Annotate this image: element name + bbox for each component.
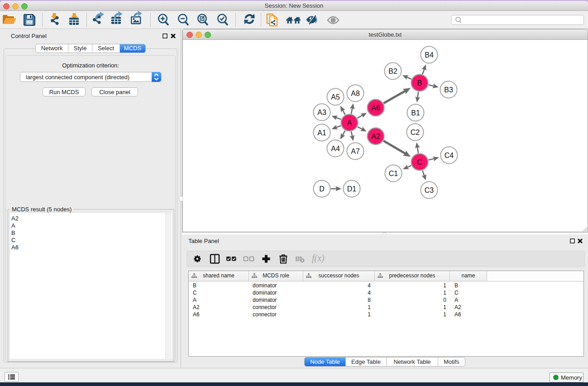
svg-text:A1: A1 bbox=[317, 129, 326, 137]
svg-text:A7: A7 bbox=[351, 148, 360, 155]
svg-text:A8: A8 bbox=[351, 90, 360, 97]
svg-text:B2: B2 bbox=[388, 67, 397, 75]
svg-text:B3: B3 bbox=[444, 86, 453, 94]
svg-text:A6: A6 bbox=[371, 104, 380, 112]
svg-text:A2: A2 bbox=[371, 133, 380, 140]
svg-text:C4: C4 bbox=[445, 152, 454, 159]
svg-text:C: C bbox=[417, 158, 422, 166]
svg-text:B1: B1 bbox=[411, 109, 420, 117]
svg-text:A4: A4 bbox=[331, 145, 340, 152]
svg-text:B: B bbox=[417, 79, 422, 87]
svg-text:C1: C1 bbox=[389, 170, 398, 177]
svg-text:B4: B4 bbox=[425, 51, 434, 59]
svg-text:A5: A5 bbox=[331, 93, 340, 101]
svg-text:C3: C3 bbox=[425, 186, 434, 194]
svg-text:D1: D1 bbox=[347, 185, 357, 193]
svg-text:C2: C2 bbox=[411, 129, 420, 136]
svg-text:A3: A3 bbox=[317, 109, 326, 116]
svg-text:A: A bbox=[347, 119, 352, 127]
svg-text:D: D bbox=[319, 185, 325, 193]
